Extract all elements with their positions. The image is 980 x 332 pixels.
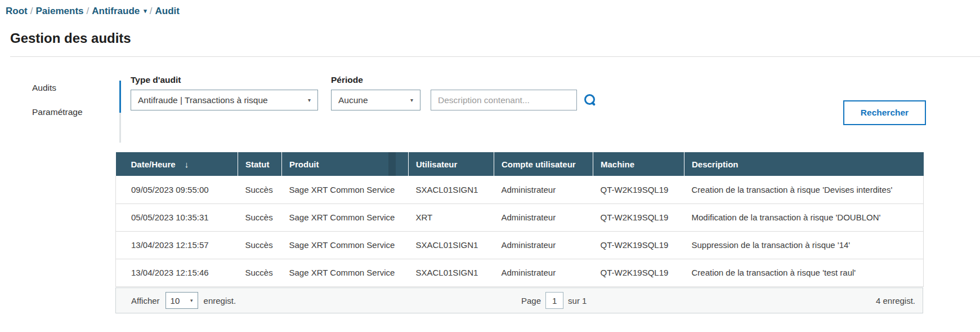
table-row[interactable]: 05/05/2023 10:35:31 Succès Sage XRT Comm… bbox=[116, 203, 924, 231]
audit-management-page: Root/Paiements/Antifraude▾/Audit Gestion… bbox=[0, 0, 980, 332]
cell-compte: Administrateur bbox=[494, 176, 593, 203]
sidebar-item-audits[interactable]: Audits bbox=[32, 83, 56, 93]
table-header-row: Date/Heure↓ Statut Produit Utilisateur C… bbox=[116, 152, 924, 176]
search-icon[interactable] bbox=[584, 94, 597, 107]
periode-label: Période bbox=[331, 75, 363, 85]
table-row[interactable]: 09/05/2023 09:55:00 Succès Sage XRT Comm… bbox=[116, 176, 924, 203]
chevron-down-icon: ▾ bbox=[190, 298, 193, 303]
breadcrumb-separator: / bbox=[150, 6, 153, 16]
type-audit-value: Antifraude | Transactions à risque bbox=[138, 95, 268, 105]
cell-datetime: 13/04/2023 12:15:46 bbox=[116, 259, 238, 286]
breadcrumb-item-root[interactable]: Root bbox=[6, 6, 28, 16]
breadcrumb-item-antifraude[interactable]: Antifraude bbox=[92, 6, 140, 16]
audit-table: Date/Heure↓ Statut Produit Utilisateur C… bbox=[115, 152, 924, 287]
cell-compte: Administrateur bbox=[494, 203, 593, 231]
cell-compte: Administrateur bbox=[494, 259, 593, 286]
breadcrumb-item-paiements[interactable]: Paiements bbox=[35, 6, 83, 16]
cell-produit: Sage XRT Common Service bbox=[282, 176, 409, 203]
breadcrumb: Root/Paiements/Antifraude▾/Audit bbox=[6, 6, 180, 17]
cell-statut: Succès bbox=[238, 203, 282, 231]
sur-label: sur 1 bbox=[568, 296, 587, 306]
cell-datetime: 09/05/2023 09:55:00 bbox=[116, 176, 238, 203]
rechercher-button[interactable]: Rechercher bbox=[843, 100, 926, 125]
column-header-produit[interactable]: Produit bbox=[282, 152, 409, 176]
description-filter-input[interactable] bbox=[431, 90, 577, 110]
cell-machine: QT-W2K19SQL19 bbox=[593, 203, 684, 231]
cell-machine: QT-W2K19SQL19 bbox=[593, 259, 684, 286]
afficher-label: Afficher bbox=[131, 296, 160, 306]
cell-statut: Succès bbox=[238, 259, 282, 286]
type-audit-select[interactable]: Antifraude | Transactions à risque ▾ bbox=[131, 90, 318, 110]
cell-utilisateur: SXACL01SIGN1 bbox=[409, 231, 494, 259]
sidebar-active-indicator bbox=[119, 81, 121, 113]
cell-produit: Sage XRT Common Service bbox=[282, 231, 409, 259]
page-label: Page bbox=[521, 296, 541, 306]
breadcrumb-separator: / bbox=[87, 6, 90, 16]
cell-produit: Sage XRT Common Service bbox=[282, 203, 409, 231]
cell-description: Creation de la transaction à risque 'tes… bbox=[684, 259, 924, 286]
cell-utilisateur: SXACL01SIGN1 bbox=[409, 176, 494, 203]
page-number-input[interactable] bbox=[545, 292, 563, 309]
cell-description: Creation de la transaction à risque 'Dev… bbox=[684, 176, 924, 203]
cell-description: Suppression de la transaction à risque '… bbox=[684, 231, 924, 259]
page-size-value: 10 bbox=[171, 296, 180, 306]
column-header-machine[interactable]: Machine bbox=[593, 152, 684, 176]
periode-value: Aucune bbox=[338, 95, 368, 105]
cell-datetime: 05/05/2023 10:35:31 bbox=[116, 203, 238, 231]
cell-statut: Succès bbox=[238, 231, 282, 259]
cell-compte: Administrateur bbox=[494, 231, 593, 259]
table-row[interactable]: 13/04/2023 12:15:57 Succès Sage XRT Comm… bbox=[116, 231, 924, 259]
cell-statut: Succès bbox=[238, 176, 282, 203]
cell-datetime: 13/04/2023 12:15:57 bbox=[116, 231, 238, 259]
column-header-compte-utilisateur[interactable]: Compte utilisateur bbox=[494, 152, 593, 176]
sort-desc-icon[interactable]: ↓ bbox=[185, 160, 189, 169]
title-divider bbox=[10, 56, 980, 57]
cell-produit: Sage XRT Common Service bbox=[282, 259, 409, 286]
page-size-select[interactable]: 10 ▾ bbox=[165, 292, 198, 309]
chevron-down-icon: ▾ bbox=[308, 97, 311, 103]
column-header-utilisateur[interactable]: Utilisateur bbox=[409, 152, 494, 176]
page-number-group: Page sur 1 bbox=[521, 292, 587, 309]
page-title: Gestion des audits bbox=[10, 30, 131, 46]
cell-utilisateur: XRT bbox=[409, 203, 494, 231]
chevron-down-icon[interactable]: ▾ bbox=[144, 7, 147, 14]
record-count: 4 enregist. bbox=[876, 296, 915, 306]
page-size-group: Afficher 10 ▾ enregist. bbox=[131, 292, 236, 309]
table-pagination-bar: Afficher 10 ▾ enregist. Page sur 1 4 enr… bbox=[115, 287, 923, 313]
column-header-date-heure[interactable]: Date/Heure↓ bbox=[116, 152, 238, 176]
breadcrumb-item-audit[interactable]: Audit bbox=[155, 6, 180, 16]
cell-machine: QT-W2K19SQL19 bbox=[593, 176, 684, 203]
enregist-label: enregist. bbox=[204, 296, 236, 306]
sidebar-item-parametrage[interactable]: Paramétrage bbox=[32, 107, 83, 117]
column-header-statut[interactable]: Statut bbox=[238, 152, 282, 176]
sidebar-divider bbox=[119, 113, 121, 143]
cell-description: Modification de la transaction à risque … bbox=[684, 203, 924, 231]
periode-select[interactable]: Aucune ▾ bbox=[331, 90, 420, 110]
cell-utilisateur: SXACL01SIGN1 bbox=[409, 259, 494, 286]
cell-machine: QT-W2K19SQL19 bbox=[593, 231, 684, 259]
breadcrumb-separator: / bbox=[30, 6, 33, 16]
column-header-description[interactable]: Description bbox=[684, 152, 924, 176]
type-audit-label: Type d'audit bbox=[131, 75, 181, 85]
chevron-down-icon: ▾ bbox=[410, 97, 413, 103]
table-row[interactable]: 13/04/2023 12:15:46 Succès Sage XRT Comm… bbox=[116, 259, 924, 286]
